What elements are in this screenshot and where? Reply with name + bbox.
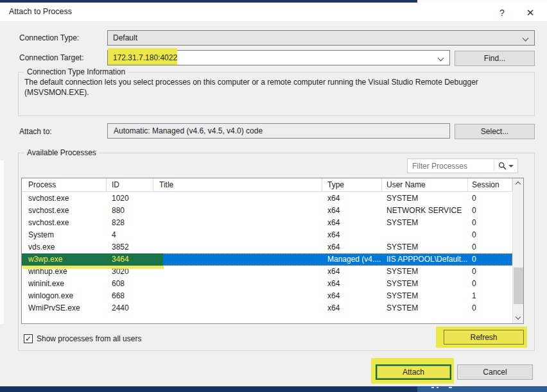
cell-type: x64	[322, 266, 382, 278]
cell-session: 0	[468, 205, 512, 217]
filter-processes-input[interactable]	[408, 162, 494, 171]
cell-process: vds.exe	[22, 241, 107, 253]
cell-id: 3464	[107, 253, 153, 266]
cell-user: SYSTEM	[382, 266, 468, 278]
cell-title	[153, 278, 322, 290]
cell-type: x64	[322, 290, 382, 302]
table-row[interactable]: svchost.exe 828 x64 SYSTEM 0	[22, 217, 512, 229]
cell-title	[153, 266, 322, 278]
cell-user	[382, 229, 468, 241]
filter-processes-box[interactable]	[407, 158, 518, 173]
cell-session: 0	[468, 229, 512, 241]
cell-title	[153, 253, 322, 266]
cell-id: 828	[107, 217, 153, 229]
cell-type: x64	[322, 278, 382, 290]
dialog-titlebar: Attach to Process ? ✕	[0, 3, 547, 21]
cancel-button[interactable]: Cancel	[457, 364, 533, 380]
cell-user: SYSTEM	[382, 278, 468, 290]
column-header-id[interactable]: ID	[107, 178, 153, 191]
refresh-button[interactable]: Refresh	[444, 330, 524, 345]
column-header-user-name[interactable]: User Name	[382, 178, 468, 191]
cell-user: SYSTEM	[382, 290, 468, 302]
cell-process: System	[22, 229, 107, 241]
dialog-body: Connection Type: Default Connection Targ…	[0, 21, 547, 386]
vertical-scrollbar[interactable]	[512, 178, 523, 323]
show-all-users-checkbox[interactable]: ✓	[24, 334, 33, 343]
process-table: Process ID Title Type User Name Session …	[21, 178, 524, 324]
find-button[interactable]: Find...	[455, 51, 535, 66]
cell-title	[153, 290, 322, 302]
help-icon[interactable]: ?	[493, 6, 511, 20]
dialog-title: Attach to Process	[9, 7, 72, 16]
cell-id: 608	[107, 278, 153, 290]
available-processes-group-label: Available Processes	[24, 148, 99, 157]
available-processes-groupbox: Available Processes Process ID Title Typ…	[18, 153, 535, 351]
cell-process: svchost.exe	[22, 192, 107, 205]
connection-info-groupbox: Connection Type Information The default …	[18, 72, 535, 116]
select-button[interactable]: Select...	[455, 124, 535, 139]
cell-session: 0	[468, 302, 512, 314]
cell-user: SYSTEM	[382, 192, 468, 205]
row-highlight-underline	[22, 266, 164, 269]
filter-separator	[494, 160, 494, 171]
filter-dropdown-caret-icon[interactable]	[508, 165, 514, 167]
search-icon[interactable]	[498, 162, 507, 170]
cell-type: x64	[322, 302, 382, 314]
connection-type-dropdown[interactable]: Default	[107, 30, 535, 46]
cell-user: SYSTEM	[382, 217, 468, 229]
cell-title	[153, 241, 322, 253]
connection-info-group-label: Connection Type Information	[24, 67, 128, 76]
scroll-down-icon[interactable]	[513, 312, 523, 323]
cell-user: SYSTEM	[382, 241, 468, 253]
cell-title	[153, 217, 322, 229]
cell-id: 668	[107, 290, 153, 302]
scrollbar-thumb[interactable]	[514, 268, 523, 304]
cell-user: SYSTEM	[382, 302, 468, 314]
table-row-selected[interactable]: w3wp.exe 3464 Managed (v4.... IIS APPPOO…	[22, 253, 512, 266]
show-all-users-label: Show processes from all users	[37, 334, 141, 343]
connection-target-value: 172.31.7.180:4022	[108, 53, 177, 62]
cell-title	[153, 205, 322, 217]
cell-type: x64	[322, 192, 382, 205]
table-row[interactable]: winlogon.exe 668 x64 SYSTEM 1	[22, 290, 512, 302]
cell-id: 4	[107, 229, 153, 241]
table-row[interactable]: vds.exe 3852 x64 SYSTEM 0	[22, 241, 512, 253]
column-header-type[interactable]: Type	[322, 178, 382, 191]
column-header-title[interactable]: Title	[153, 178, 322, 191]
column-header-process[interactable]: Process	[22, 178, 107, 191]
cell-process: wininit.exe	[22, 278, 107, 290]
cell-type: x64	[322, 205, 382, 217]
attach-to-label: Attach to:	[19, 127, 52, 136]
background-glyph	[449, 387, 452, 388]
cell-session: 0	[468, 241, 512, 253]
cell-process: svchost.exe	[22, 217, 107, 229]
cell-session: 0	[468, 217, 512, 229]
cell-process: w3wp.exe	[22, 253, 107, 266]
attach-button[interactable]: Attach	[376, 364, 451, 380]
close-icon[interactable]: ✕	[521, 6, 539, 20]
table-row[interactable]: svchost.exe 1020 x64 SYSTEM 0	[22, 192, 512, 205]
cell-id: 1020	[107, 192, 153, 205]
cell-type: x64	[322, 229, 382, 241]
cell-session: 1	[468, 290, 512, 302]
cell-session: 0	[468, 192, 512, 205]
cell-process: WmiPrvSE.exe	[22, 302, 107, 314]
table-row[interactable]: System 4 x64 0	[22, 229, 512, 241]
chevron-down-icon	[523, 35, 529, 42]
scroll-up-icon[interactable]	[513, 178, 523, 189]
chevron-down-icon	[438, 55, 444, 62]
background-glyph	[437, 387, 438, 388]
cell-type: x64	[322, 241, 382, 253]
table-row[interactable]: WmiPrvSE.exe 2440 x64 SYSTEM 0	[22, 302, 512, 314]
cell-id: 2440	[107, 302, 153, 314]
table-row[interactable]: svchost.exe 880 x64 NETWORK SERVICE 0	[22, 205, 512, 217]
table-row[interactable]: wininit.exe 608 x64 SYSTEM 0	[22, 278, 512, 290]
cell-id: 880	[107, 205, 153, 217]
column-header-session[interactable]: Session	[468, 178, 512, 191]
cell-user: IIS APPPOOL\Default...	[382, 253, 468, 266]
attach-to-field[interactable]: Automatic: Managed (v4.6, v4.5, v4.0) co…	[107, 123, 450, 139]
cell-session: 0	[468, 253, 512, 266]
attach-to-value: Automatic: Managed (v4.6, v4.5, v4.0) co…	[108, 126, 263, 135]
connection-type-label: Connection Type:	[19, 33, 79, 42]
cell-title	[153, 229, 322, 241]
